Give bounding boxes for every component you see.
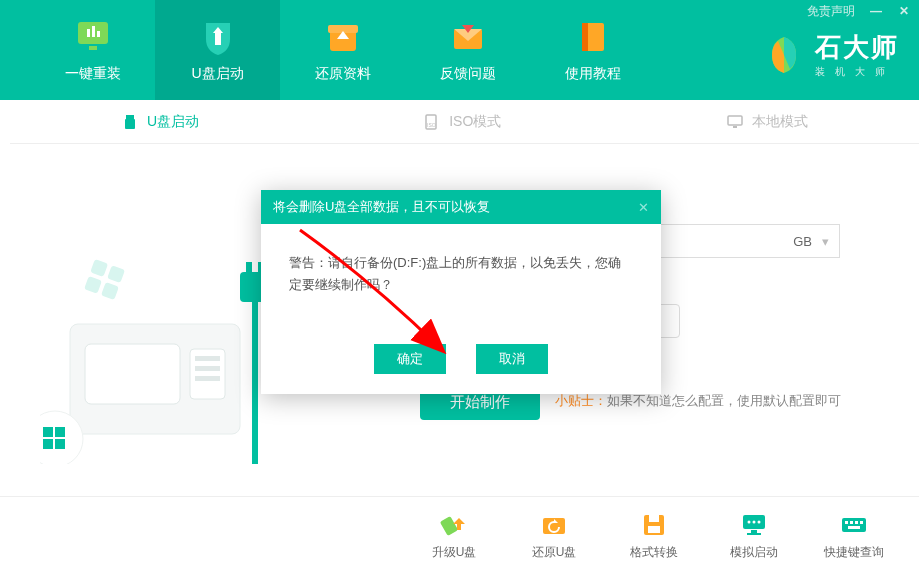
- usb-icon: [121, 113, 139, 131]
- titlebar: 免责声明 — ✕: [807, 0, 911, 22]
- tab-uboot[interactable]: U盘启动: [10, 100, 310, 143]
- dialog-close-button[interactable]: ✕: [638, 200, 649, 215]
- monitor-small-icon: [726, 113, 744, 131]
- cancel-button[interactable]: 取消: [476, 344, 548, 374]
- usb-up-icon: [439, 512, 469, 538]
- close-button[interactable]: ✕: [897, 4, 911, 18]
- svg-rect-40: [440, 516, 458, 536]
- svg-rect-25: [195, 366, 220, 371]
- dialog-footer: 确定 取消: [261, 334, 661, 394]
- svg-rect-38: [84, 276, 102, 294]
- main-nav: 一键重装 U盘启动 还原资料 反馈问题 使用教程: [0, 0, 655, 100]
- svg-rect-29: [246, 262, 252, 274]
- svg-rect-14: [582, 23, 588, 51]
- tool-restore-usb[interactable]: 还原U盘: [519, 512, 589, 561]
- svg-rect-5: [215, 31, 221, 45]
- brand-name: 石大师: [815, 30, 899, 65]
- svg-rect-37: [107, 265, 125, 283]
- svg-rect-58: [848, 526, 860, 529]
- dropdown-tail: GB: [793, 234, 812, 249]
- envelope-icon: [448, 17, 488, 57]
- tab-label: 本地模式: [752, 113, 808, 131]
- tab-iso[interactable]: ISO ISO模式: [310, 100, 615, 143]
- save-icon: [639, 512, 669, 538]
- topbar: 一键重装 U盘启动 还原资料 反馈问题 使用教程 免责声: [0, 0, 919, 100]
- svg-rect-32: [43, 427, 53, 437]
- svg-rect-55: [850, 521, 853, 524]
- svg-rect-26: [195, 376, 220, 381]
- tool-hotkey[interactable]: 快捷键查询: [819, 512, 889, 561]
- svg-rect-46: [648, 526, 660, 533]
- svg-rect-20: [733, 126, 737, 128]
- tab-label: ISO模式: [449, 113, 501, 131]
- brand-text: 石大师 装机大师: [815, 30, 899, 79]
- disclaimer-link[interactable]: 免责声明: [807, 3, 855, 20]
- svg-rect-2: [92, 26, 95, 37]
- svg-rect-16: [125, 119, 135, 129]
- dialog-body: 警告：请自行备份(D:F:)盘上的所有数据，以免丢失，您确定要继续制作吗？: [261, 224, 661, 334]
- svg-rect-35: [55, 439, 65, 449]
- svg-rect-1: [87, 29, 90, 37]
- svg-rect-24: [195, 356, 220, 361]
- monitor-dots-icon: [739, 512, 769, 538]
- bottom-tools: 升级U盘 还原U盘 格式转换 模拟启动 快捷键查询: [0, 496, 919, 576]
- book-icon: [573, 17, 613, 57]
- svg-point-50: [758, 521, 761, 524]
- tab-label: U盘启动: [147, 113, 199, 131]
- svg-rect-56: [855, 521, 858, 524]
- svg-rect-36: [90, 259, 108, 277]
- svg-rect-3: [97, 31, 100, 37]
- minimize-button[interactable]: —: [869, 4, 883, 18]
- nav-restore[interactable]: 还原资料: [280, 0, 405, 100]
- svg-rect-53: [842, 518, 866, 532]
- brand-sub: 装机大师: [815, 65, 899, 79]
- svg-rect-39: [101, 282, 119, 300]
- nav-tutorial[interactable]: 使用教程: [530, 0, 655, 100]
- tool-label: 快捷键查询: [824, 544, 884, 561]
- tip-body: 如果不知道怎么配置，使用默认配置即可: [607, 393, 841, 408]
- brand: 石大师 装机大师: [763, 30, 899, 79]
- tool-label: 还原U盘: [532, 544, 577, 561]
- svg-rect-33: [55, 427, 65, 437]
- svg-rect-4: [89, 46, 97, 50]
- svg-rect-51: [751, 530, 757, 533]
- svg-rect-34: [43, 439, 53, 449]
- svg-rect-54: [845, 521, 848, 524]
- tool-label: 格式转换: [630, 544, 678, 561]
- iso-icon: ISO: [423, 113, 441, 131]
- svg-rect-22: [85, 344, 180, 404]
- keyboard-icon: [839, 512, 869, 538]
- chevron-down-icon: ▾: [822, 234, 829, 249]
- nav-label: 一键重装: [65, 65, 121, 83]
- svg-point-48: [748, 521, 751, 524]
- tool-label: 模拟启动: [730, 544, 778, 561]
- svg-rect-19: [728, 116, 742, 125]
- confirm-dialog: 将会删除U盘全部数据，且不可以恢复 ✕ 警告：请自行备份(D:F:)盘上的所有数…: [261, 190, 661, 394]
- nav-feedback[interactable]: 反馈问题: [405, 0, 530, 100]
- nav-reinstall[interactable]: 一键重装: [30, 0, 155, 100]
- tip-label: 小贴士：: [555, 393, 607, 408]
- restore-icon: [539, 512, 569, 538]
- brand-logo-icon: [763, 34, 805, 76]
- svg-point-49: [753, 521, 756, 524]
- tool-format[interactable]: 格式转换: [619, 512, 689, 561]
- svg-text:ISO: ISO: [427, 122, 436, 128]
- nav-label: 反馈问题: [440, 65, 496, 83]
- svg-rect-52: [747, 533, 761, 535]
- nav-label: 还原资料: [315, 65, 371, 83]
- monitor-icon: [73, 17, 113, 57]
- tool-upgrade-usb[interactable]: 升级U盘: [419, 512, 489, 561]
- tip-text: 小贴士：如果不知道怎么配置，使用默认配置即可: [555, 392, 841, 410]
- tab-local[interactable]: 本地模式: [615, 100, 920, 143]
- box-up-icon: [323, 17, 363, 57]
- svg-rect-45: [649, 515, 659, 522]
- nav-label: U盘启动: [191, 65, 243, 83]
- dialog-header: 将会删除U盘全部数据，且不可以恢复 ✕: [261, 190, 661, 224]
- nav-uboot[interactable]: U盘启动: [155, 0, 280, 100]
- tool-simulate[interactable]: 模拟启动: [719, 512, 789, 561]
- mode-tabs: U盘启动 ISO ISO模式 本地模式: [10, 100, 919, 144]
- ok-button[interactable]: 确定: [374, 344, 446, 374]
- nav-label: 使用教程: [565, 65, 621, 83]
- dialog-title: 将会删除U盘全部数据，且不可以恢复: [273, 198, 490, 216]
- tool-label: 升级U盘: [432, 544, 477, 561]
